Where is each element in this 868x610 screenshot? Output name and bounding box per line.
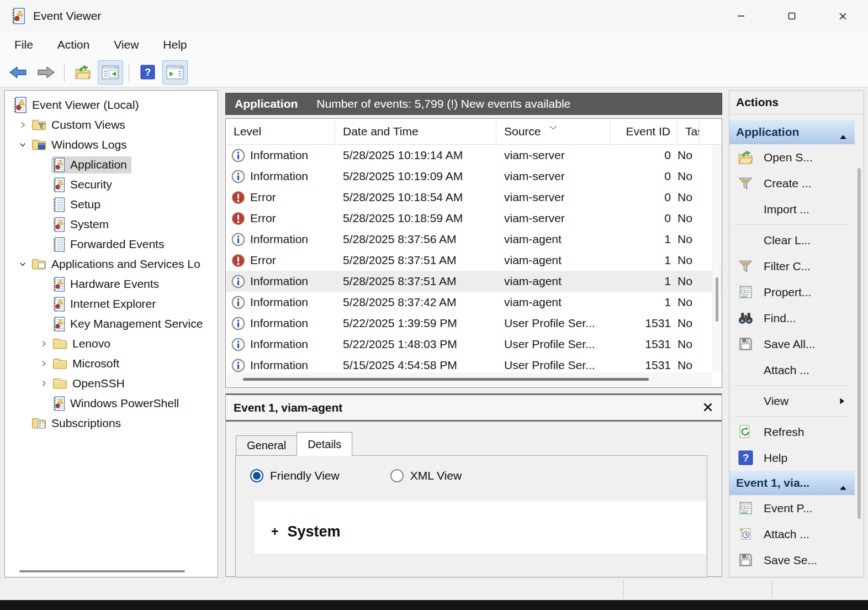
tree-item-event-viewer-local[interactable]: Event Viewer (Local) [5,95,218,115]
titlebar: Event Viewer [0,0,868,33]
event-level-cell: Information [226,170,335,183]
chevron-right-icon[interactable] [15,121,30,129]
tree-item-openssh[interactable]: OpenSSH [5,374,218,393]
tab-details[interactable]: Details [297,432,352,456]
menu-action[interactable]: Action [54,36,93,54]
actions-section-application[interactable]: Application [729,120,855,144]
event-datetime-cell: 5/28/2025 8:37:42 AM [335,296,496,309]
minimize-button[interactable] [716,0,766,32]
xml-view-option[interactable]: XML View [390,469,462,482]
column-header-event-id[interactable]: Event ID [610,119,678,144]
friendly-view-option[interactable]: Friendly View [250,469,340,482]
event-row[interactable]: Error5/28/2025 8:37:51 AMviam-agent1No [226,250,722,271]
event-list-vertical-scrollbar[interactable] [712,145,721,372]
action-attach[interactable]: Attach ... [729,521,855,547]
tree-item-system[interactable]: System [5,214,218,234]
xml-view-radio[interactable] [390,469,404,482]
tree-item-subscriptions[interactable]: Subscriptions [5,413,218,433]
tree-horizontal-scrollbar-thumb[interactable] [19,570,185,572]
chevron-right-icon[interactable] [36,340,51,348]
chevron-down-icon[interactable] [15,141,30,149]
action-create[interactable]: Create ... [729,170,855,196]
action-import[interactable]: Import ... [729,196,855,222]
action-clear-l[interactable]: Clear L... [729,227,855,253]
event-row[interactable]: Information5/28/2025 10:19:09 AMviam-ser… [226,166,722,187]
tree-horizontal-scrollbar[interactable] [7,567,215,576]
log-header-bar: Application Number of events: 5,799 (!) … [225,93,722,115]
menu-help[interactable]: Help [160,36,190,54]
action-save-se[interactable]: Save Se... [729,547,855,573]
event-list-horizontal-scrollbar[interactable] [226,372,712,387]
tree-item-label: Windows PowerShell [70,397,179,410]
action-event-p[interactable]: Event P... [729,495,855,521]
details-close-button[interactable] [703,402,713,412]
tree-item-label: Internet Explorer [70,297,156,311]
log-badged-icon [52,217,65,232]
tree-item-applications-and-services-lo[interactable]: Applications and Services Lo [5,254,218,274]
action-view[interactable]: View [729,388,855,414]
tree-item-key-management-service[interactable]: Key Management Service [5,314,218,334]
menu-view[interactable]: View [110,36,142,54]
event-row[interactable]: Information5/28/2025 8:37:42 AMviam-agen… [226,292,722,313]
window-title: Event Viewer [33,9,101,23]
actions-vertical-scrollbar[interactable] [856,118,862,572]
tree-item-application[interactable]: Application [5,155,218,175]
column-header-source[interactable]: Source [496,119,610,144]
system-node-expander[interactable]: + [271,524,278,539]
back-button[interactable] [6,60,31,85]
horizontal-scrollbar-thumb[interactable] [243,378,649,381]
tree-item-internet-explorer[interactable]: Internet Explorer [5,294,218,314]
action-propert[interactable]: Propert... [729,279,855,305]
vertical-scrollbar-thumb[interactable] [716,277,718,322]
action-refresh[interactable]: Refresh [729,419,855,445]
event-row[interactable]: Information5/28/2025 8:37:56 AMviam-agen… [226,229,722,250]
action-open-s[interactable]: Open S... [729,144,855,170]
actions-scrollbar-thumb[interactable] [858,168,861,519]
event-row[interactable]: Error5/28/2025 10:18:54 AMviam-server0No [226,187,722,208]
tree-item-lenovo[interactable]: Lenovo [5,334,218,354]
export-log-button[interactable] [70,60,96,85]
close-button[interactable] [817,0,868,32]
event-row[interactable]: Error5/28/2025 10:18:59 AMviam-server0No [226,208,722,229]
event-row[interactable]: Information5/22/2025 1:48:03 PMUser Prof… [226,334,722,355]
tree-item-forwarded-events[interactable]: Forwarded Events [5,234,218,254]
menu-file[interactable]: File [11,36,36,54]
action-attach[interactable]: Attach ... [729,357,855,383]
actions-section-event-1-via[interactable]: Event 1, via... [729,471,855,495]
event-task-category-cell: No [678,254,700,267]
action-find[interactable]: Find... [729,305,855,331]
event-row[interactable]: Information5/28/2025 10:19:14 AMviam-ser… [226,145,722,166]
tree-item-label: Microsoft [72,357,119,370]
event-row[interactable]: Information5/15/2025 4:54:58 PMUser Prof… [226,355,722,374]
tab-general[interactable]: General [236,435,297,456]
action-help[interactable]: ?Help [729,445,855,471]
column-header-tas[interactable]: Tas [678,119,700,144]
tree-item-windows-powershell[interactable]: Windows PowerShell [5,393,218,413]
help-button[interactable]: ? [135,60,160,85]
chevron-down-icon[interactable] [15,260,30,268]
chevron-right-icon[interactable] [36,380,51,387]
column-header-level[interactable]: Level [226,119,335,144]
maximize-button[interactable] [766,0,817,32]
action-pane-button[interactable] [162,60,188,85]
tree-item-custom-views[interactable]: Custom Views [5,115,218,135]
event-row[interactable]: Information5/22/2025 1:39:59 PMUser Prof… [226,313,722,334]
action-filter-c[interactable]: Filter C... [729,253,855,279]
tree-item-security[interactable]: Security [5,175,218,194]
tree-item-windows-logs[interactable]: Windows Logs [5,135,218,155]
column-header-date-and-time[interactable]: Date and Time [335,119,496,144]
chevron-right-icon[interactable] [36,360,51,367]
tree-item-setup[interactable]: Setup [5,194,218,214]
log-badged-icon [52,317,65,332]
tree-item-content: Subscriptions [30,416,125,431]
collapse-arrow-icon[interactable] [839,480,847,493]
action-save-all[interactable]: Save All... [729,331,855,357]
event-row[interactable]: Information5/28/2025 8:37:51 AMviam-agen… [226,271,722,292]
collapse-arrow-icon[interactable] [839,129,847,143]
event-task-category-cell: No [678,317,700,330]
forward-button[interactable] [33,60,59,85]
tree-item-hardware-events[interactable]: Hardware Events [5,274,218,294]
friendly-view-radio[interactable] [250,469,263,482]
console-tree-button[interactable] [98,60,123,85]
tree-item-microsoft[interactable]: Microsoft [5,354,218,374]
